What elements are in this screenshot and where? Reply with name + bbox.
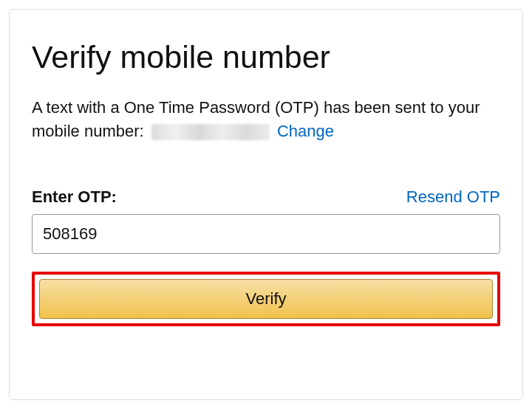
masked-phone-number: [151, 124, 270, 140]
otp-input[interactable]: [32, 214, 500, 254]
page-title: Verify mobile number: [32, 39, 500, 75]
verify-button[interactable]: Verify: [39, 279, 493, 319]
enter-otp-label: Enter OTP:: [32, 187, 117, 207]
resend-otp-link[interactable]: Resend OTP: [406, 187, 500, 207]
otp-label-row: Enter OTP: Resend OTP: [32, 187, 500, 207]
verify-card: Verify mobile number A text with a One T…: [9, 9, 523, 400]
otp-sent-description: A text with a One Time Password (OTP) ha…: [32, 96, 500, 143]
verify-button-highlight: Verify: [32, 272, 500, 326]
change-number-link[interactable]: Change: [277, 122, 334, 140]
